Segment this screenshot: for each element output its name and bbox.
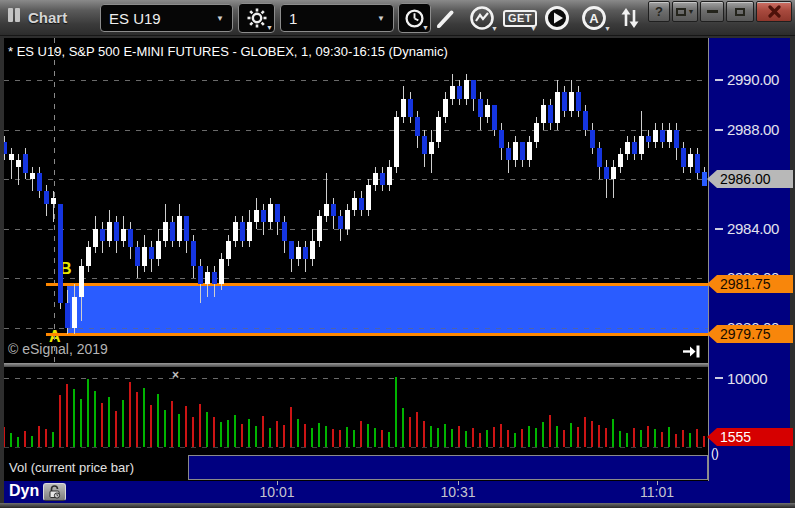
candle-down [520,142,525,161]
candle-down [695,154,700,173]
candle-down [646,136,651,142]
volume-bar [549,415,551,447]
candle-down [674,130,679,149]
volume-bar [570,423,572,447]
price-axis-tick [715,79,723,81]
chevron-down-icon: ▼ [604,25,611,32]
last-bar-axis-marker [702,172,707,186]
volume-pane[interactable]: Vol (current price bar) × [4,367,708,481]
lock-clock-icon [48,485,61,499]
volume-bar [192,417,194,447]
candle-up [401,99,406,118]
candle-down [240,222,245,241]
play-replay-button[interactable] [541,3,572,33]
candle-up [268,204,273,223]
price-pane[interactable]: * ES U19, S&P 500 E-MINI FUTURES - GLOBE… [4,38,708,363]
candle-down [184,216,189,241]
swap-symbols-button[interactable] [615,3,645,33]
maximize-button[interactable] [726,1,754,22]
candle-wick [18,154,19,185]
volume-bar [542,422,544,447]
candle-up [296,247,301,259]
titlebar[interactable]: Chart ES U19 ▼ ▼ 1 ▼ [0,0,795,36]
volume-bar [297,419,299,447]
candle-up [464,80,469,99]
volume-bar [199,404,201,447]
volume-bar [402,408,404,447]
zone-border-line [46,333,708,336]
volume-bar [171,401,173,447]
volume-bar [486,430,488,447]
volume-bar [367,424,369,447]
volume-bar [465,431,467,447]
candle-up [569,92,574,111]
price-gridline [4,130,708,131]
line-studies-button[interactable]: ▼ [464,3,499,33]
chevron-down-icon: ▼ [530,25,537,32]
swap-arrows-icon [618,6,642,30]
candle-up [534,123,539,142]
candle-up [205,272,210,284]
volume-bar [290,407,292,447]
candle-up [429,142,434,154]
volume-bar [17,437,19,447]
volume-bar [346,427,348,447]
time-template-button[interactable]: ▼ [398,3,431,33]
volume-bar [682,430,684,447]
get-data-button[interactable]: GET ▼ [502,3,538,33]
candle-up [254,210,259,222]
candle-down [660,130,665,142]
candle-down [275,204,280,223]
volume-bar [283,425,285,447]
help-label: ? [655,4,663,19]
time-lock-button[interactable] [43,483,66,501]
candle-down [422,136,427,155]
volume-bar [374,428,376,447]
scroll-to-end-button[interactable] [682,344,700,362]
volume-bar [143,388,145,447]
volume-bar [129,382,131,447]
zone-top-price-tag: 2981.75 [707,275,793,293]
candle-down [604,167,609,179]
close-button[interactable] [756,1,792,22]
window-bottom-border [0,503,795,508]
interval-dropdown-value: 1 [289,10,297,27]
candle-up [107,222,112,241]
draw-tools-button[interactable] [432,3,460,33]
volume-bar [437,428,439,447]
volume-bar [556,426,558,447]
volume-bar [52,432,54,447]
candle-down [492,105,497,130]
volume-bar [59,395,61,447]
symbol-settings-button[interactable]: ▼ [238,3,275,33]
volume-bar [269,428,271,447]
price-gridline [4,179,708,180]
price-axis[interactable]: 2986.00 2981.75 2979.75 10000 1555 () 29… [708,38,790,481]
interval-dropdown[interactable]: 1 ▼ [280,4,394,32]
window-options-button[interactable]: ▼ [672,1,698,22]
volume-bar [675,434,677,447]
volume-bar [178,414,180,447]
alerts-button[interactable]: A ▼ [576,3,612,33]
volume-bar [591,421,593,447]
candle-up [450,86,455,98]
price-axis-label: 2988.00 [727,121,779,138]
volume-bar [479,433,481,447]
price-gridline [67,328,708,329]
minimize-button[interactable] [700,1,724,22]
candle-down [198,266,203,285]
svg-text:A: A [589,11,599,26]
candle-down [408,99,413,118]
session-time-strip [188,455,708,480]
candle-up [324,204,329,216]
volume-bar [654,429,656,447]
candle-down [4,142,7,154]
help-button[interactable]: ? [648,1,670,22]
volume-bar [206,412,208,447]
symbol-dropdown[interactable]: ES U19 ▼ [100,4,233,32]
chevron-down-icon: ▼ [422,24,429,31]
close-study-icon[interactable]: × [172,368,179,382]
price-gridline [4,80,708,81]
candle-up [247,222,252,241]
symbol-dropdown-value: ES U19 [109,10,161,27]
